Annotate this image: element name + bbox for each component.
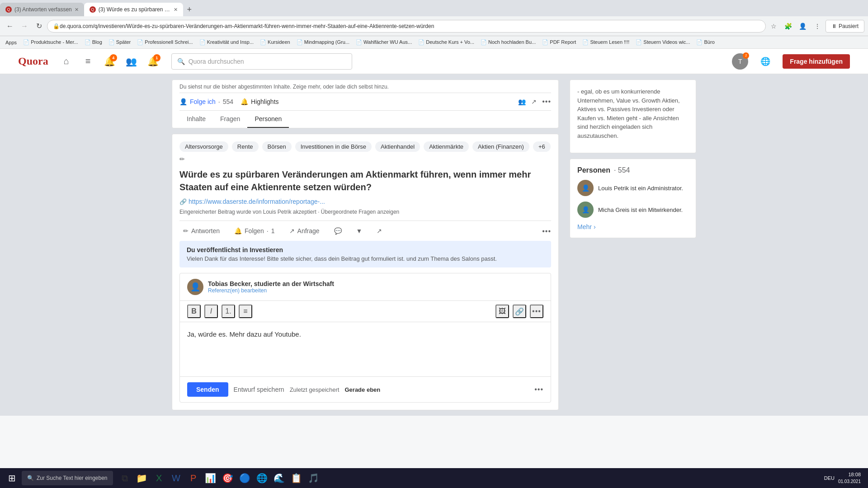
- tag-altersvorsorge[interactable]: Altersvorsorge: [179, 141, 228, 152]
- bookmark-professionell[interactable]: 📄 Professionell Schrei...: [135, 38, 194, 46]
- footer-more-button[interactable]: •••: [534, 385, 543, 394]
- question-actions: ✏ Antworten 🔔 Folgen · 1 ↗ Anfrage: [179, 221, 551, 241]
- tag-rente[interactable]: Rente: [232, 141, 259, 152]
- bookmark-apps[interactable]: Apps: [4, 39, 19, 46]
- person1-avatar[interactable]: 👤: [577, 180, 594, 196]
- search-bar[interactable]: 🔍 Quora durchsuchen: [171, 53, 352, 70]
- share-button[interactable]: ↗: [373, 225, 386, 237]
- messages-nav-button[interactable]: 🔔 1: [144, 52, 162, 70]
- footer-dots-icon: •••: [534, 385, 543, 393]
- tab1-close[interactable]: ✕: [75, 7, 79, 13]
- question-more-button[interactable]: •••: [542, 226, 551, 236]
- news-nav-button[interactable]: ≡: [79, 52, 97, 70]
- italic-button[interactable]: I: [204, 305, 218, 318]
- tag-investitionen[interactable]: Investitionen in die Börse: [295, 141, 372, 152]
- quora-logo[interactable]: Quora: [18, 55, 48, 67]
- toolbar-more-button[interactable]: •••: [530, 305, 543, 318]
- bookmark-mindmapping[interactable]: 📄 Mindmapping (Gru...: [295, 38, 351, 46]
- back-button[interactable]: ←: [4, 20, 16, 33]
- community-nav-button[interactable]: 👥: [123, 52, 141, 70]
- composer-footer: Senden Entwurf speichern Zuletzt gespeic…: [180, 376, 551, 402]
- send-button[interactable]: Senden: [187, 382, 228, 397]
- forward-button[interactable]: →: [18, 20, 31, 33]
- person2-avatar[interactable]: 👤: [577, 202, 594, 218]
- bookmark-hochladen[interactable]: 📄 Noch hochladen Bu...: [479, 38, 538, 46]
- add-question-button[interactable]: Frage hinzufügen: [783, 54, 850, 69]
- tab-2[interactable]: Q (3) Würde es zu spürbaren Verä... ✕: [84, 3, 183, 16]
- space-people-icon[interactable]: 👥: [518, 98, 526, 105]
- sidebar-description-card: - egal, ob es um konkurrierende Unterneh…: [570, 80, 696, 153]
- messages-badge: 1: [153, 54, 160, 61]
- bookmark-star-button[interactable]: ☆: [768, 20, 780, 33]
- address-bar[interactable]: 🔒 de.quora.com/q/investieren/Würde-es-zu…: [47, 20, 766, 33]
- bookmark-spaeter[interactable]: 📄 Später: [107, 38, 132, 46]
- bookmark-wahlfaecher[interactable]: 📄 Wahlfächer WU Aus...: [354, 38, 414, 46]
- bookmark-1[interactable]: 📄 Produktsuche - Mer...: [21, 38, 80, 46]
- composer-edit-refs[interactable]: Referenz(en) bearbeiten: [208, 287, 334, 294]
- refresh-button[interactable]: ↻: [33, 20, 45, 33]
- notifications-nav-button[interactable]: 🔔 4: [101, 52, 119, 70]
- bookmark-steuern2[interactable]: 📄 Steuern Videos wic...: [634, 38, 692, 46]
- profile-badge: 2: [743, 52, 749, 59]
- request-button[interactable]: ↗ Anfrage: [286, 225, 323, 237]
- comment-button[interactable]: 💬: [330, 225, 345, 237]
- bookmark-pdf[interactable]: 📄 PDF Report: [540, 38, 578, 46]
- space-share-icon[interactable]: ↗: [531, 98, 537, 105]
- language-button[interactable]: 🌐: [757, 53, 774, 70]
- tag-aktienmaerkte[interactable]: Aktienmärkte: [424, 141, 469, 152]
- bookmark-kursideen[interactable]: 📄 Kursideen: [258, 38, 292, 46]
- space-nav-inhalte[interactable]: Inhalte: [179, 111, 213, 128]
- meta-text: Eingereicherter Beitrag wurde von Louis …: [179, 209, 399, 215]
- space-header: Du siehst nur die bisher abgestimmten In…: [172, 80, 559, 128]
- follow-question-button[interactable]: 🔔 Folgen · 1: [231, 225, 278, 237]
- persons-count: · 554: [614, 166, 630, 174]
- follow-q-count: ·: [267, 227, 269, 235]
- ordered-list-button[interactable]: 1.: [222, 305, 235, 318]
- extensions-button[interactable]: 🧩: [782, 20, 795, 33]
- bell-icon: 🔔: [241, 98, 248, 105]
- bookmark-blog[interactable]: 📄 Blog: [83, 38, 104, 46]
- unordered-list-button[interactable]: ≡: [239, 305, 252, 318]
- composer-toolbar: B I 1. ≡ 🖼 🔗 •••: [180, 301, 551, 322]
- answer-button[interactable]: ✏ Antworten: [179, 225, 223, 237]
- avatar-initial: T: [738, 58, 742, 65]
- insert-link-button[interactable]: 🔗: [513, 305, 526, 318]
- person1-avatar-icon: 👤: [582, 184, 590, 192]
- question-title: Würde es zu spürbaren Veränderungen am A…: [179, 168, 551, 193]
- tag-edit-button[interactable]: ✏: [179, 155, 185, 163]
- tag-aktienhandel[interactable]: Aktienhandel: [375, 141, 420, 152]
- news-icon: ≡: [85, 56, 91, 66]
- menu-button[interactable]: ⋮: [811, 20, 824, 33]
- link-url: https://www.daserste.de/information/repo…: [189, 198, 325, 205]
- new-tab-button[interactable]: +: [183, 3, 196, 16]
- tag-boersen[interactable]: Börsen: [262, 141, 292, 152]
- tab2-close[interactable]: ✕: [174, 7, 178, 13]
- tag-more[interactable]: +6: [533, 141, 551, 152]
- user-avatar[interactable]: T 2: [732, 53, 748, 70]
- home-nav-button[interactable]: ⌂: [57, 52, 75, 70]
- downvote-button[interactable]: ▼: [353, 225, 366, 237]
- bold-button[interactable]: B: [187, 305, 201, 318]
- bookmark-buero[interactable]: 📄 Büro: [694, 38, 716, 46]
- follow-q-count-val: 1: [271, 227, 275, 235]
- space-more-button[interactable]: •••: [542, 98, 551, 106]
- tab-1[interactable]: Q (3) Antworten verfassen ✕: [0, 3, 84, 16]
- follow-space-button[interactable]: 👤 Folge ich · 554: [179, 98, 233, 105]
- tag-aktien[interactable]: Aktien (Finanzen): [472, 141, 529, 152]
- paused-button[interactable]: ⏸ Pausiert: [826, 20, 864, 33]
- profile-button[interactable]: 👤: [797, 20, 809, 33]
- composer-body[interactable]: Ja, würde es. Mehr dazu auf Youtube.: [180, 322, 551, 376]
- space-nav-personen[interactable]: Personen: [247, 111, 289, 128]
- insert-image-button[interactable]: 🖼: [495, 305, 509, 318]
- question-link[interactable]: 🔗 https://www.daserste.de/information/re…: [179, 198, 551, 205]
- mehr-button[interactable]: Mehr ›: [577, 223, 689, 230]
- space-action-icons: 👥 ↗ •••: [518, 98, 551, 106]
- bookmark-deutsche[interactable]: 📄 Deutsche Kurs + Vo...: [416, 38, 476, 46]
- highlights-button[interactable]: 🔔 Highlights: [241, 98, 278, 105]
- navigation-bar: ← → ↻ 🔒 de.quora.com/q/investieren/Würde…: [0, 16, 868, 36]
- bookmark-steuern1[interactable]: 📄 Steuern Lesen !!!!: [580, 38, 631, 46]
- bookmark-kreativitaet[interactable]: 📄 Kreativität und Insp...: [198, 38, 255, 46]
- space-nav-fragen[interactable]: Fragen: [213, 111, 247, 128]
- request-icon: ↗: [289, 227, 295, 235]
- save-draft-button[interactable]: Entwurf speichern: [234, 386, 284, 393]
